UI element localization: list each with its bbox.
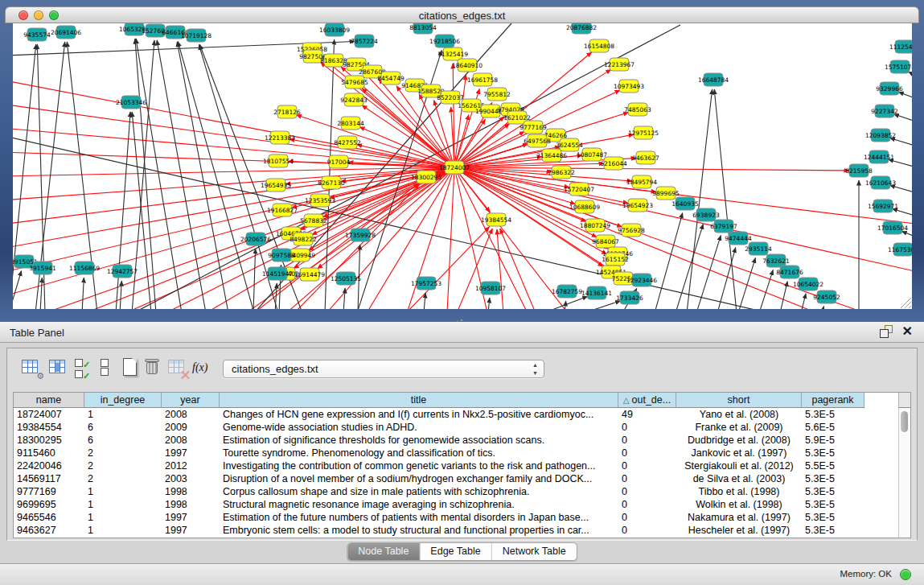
graph-node[interactable]: 8471676 [776, 266, 803, 278]
graph-node[interactable]: 7485063 [624, 103, 651, 116]
table-row[interactable]: 2242004622012Investigating the contribut… [14, 459, 898, 472]
graph-node[interactable]: 1615152 [602, 253, 629, 266]
graph-node[interactable]: 12213383 [265, 131, 295, 144]
table-cell[interactable]: Jankovic et al. (1997) [676, 447, 802, 459]
graph-node[interactable]: 11675300 [888, 243, 912, 256]
table-row[interactable]: 1872400712008Changes of HCN gene express… [14, 408, 898, 421]
table-cell[interactable]: 9465546 [14, 511, 84, 524]
graph-node[interactable]: 16782759 [552, 285, 582, 298]
table-cell[interactable]: Changes of HCN gene expression and I(f) … [220, 408, 618, 421]
table-cell[interactable]: 1 [84, 498, 162, 511]
table-cell[interactable]: Estimation of significance thresholds fo… [220, 434, 618, 447]
table-cell[interactable]: 5.3E-5 [802, 511, 864, 524]
node-attribute-table[interactable]: namein_degreeyeartitle△out_de...shortpag… [13, 392, 911, 538]
table-settings-icon[interactable]: ⚙ [22, 358, 41, 377]
network-window-titlebar[interactable]: citations_edges.txt [5, 6, 919, 23]
create-column-icon[interactable] [121, 358, 141, 377]
vertical-scrollbar[interactable] [898, 408, 910, 538]
graph-node[interactable]: 2718126 [273, 105, 301, 118]
table-cell[interactable]: 5.3E-5 [802, 485, 864, 498]
delete-column-icon[interactable] [144, 358, 163, 377]
graph-node[interactable]: 6379197 [710, 220, 737, 233]
table-cell[interactable]: 18300295 [14, 434, 84, 447]
table-cell[interactable]: 19384554 [14, 421, 84, 434]
table-cell[interactable]: Embryonic stem cells: a model to study s… [220, 524, 618, 537]
table-cell[interactable]: 9699695 [14, 498, 84, 511]
graph-node[interactable]: 16154808 [584, 39, 614, 52]
graph-node[interactable]: 5678832 [300, 214, 327, 227]
column-header-year[interactable]: year [162, 393, 220, 408]
table-cell[interactable]: Yano et al. (2008) [676, 408, 802, 421]
table-cell[interactable]: 2 [84, 447, 162, 459]
table-cell[interactable]: 0 [618, 472, 676, 485]
table-cell[interactable]: Tibbo et al. (1998) [676, 485, 802, 498]
table-row[interactable]: 1830029562008Estimation of significance … [14, 434, 898, 447]
table-cell[interactable]: Structural magnetic resonance image aver… [220, 498, 618, 511]
table-cell[interactable]: 1997 [162, 447, 220, 459]
table-cell[interactable]: 5.3E-5 [802, 524, 864, 537]
graph-node[interactable]: 20876882 [566, 23, 597, 34]
column-header-out_de[interactable]: △out_de... [618, 393, 676, 408]
graph-node[interactable]: 9329966 [876, 82, 903, 95]
graph-node[interactable]: 6497568 [524, 134, 551, 147]
float-panel-icon[interactable] [880, 325, 893, 338]
table-cell[interactable]: 1998 [162, 498, 220, 511]
column-header-in_degree[interactable]: in_degree [84, 393, 162, 408]
table-cell[interactable]: Estimation of the future numbers of pati… [220, 511, 618, 524]
table-cell[interactable]: Wolkin et al. (1998) [676, 498, 802, 511]
table-cell[interactable]: 5.6E-5 [802, 421, 864, 434]
citation-network-graph[interactable]: 1872400718300295193845542718126122133831… [13, 23, 912, 309]
table-cell[interactable]: de Silva et al. (2003) [676, 472, 802, 485]
graph-node[interactable]: 9242843 [340, 93, 368, 106]
graph-node[interactable]: 20691406 [51, 26, 81, 39]
column-header-short[interactable]: short [676, 393, 802, 408]
table-cell[interactable]: 49 [618, 408, 676, 421]
graph-node[interactable]: 2935114 [745, 242, 772, 255]
graph-node[interactable]: 9684067 [592, 235, 619, 248]
tab-node-table[interactable]: Node Table [347, 543, 419, 560]
network-view-canvas[interactable]: 1872400718300295193845542718126122133831… [13, 23, 912, 309]
table-row[interactable]: 946554611997Estimation of the future num… [14, 511, 898, 524]
table-cell[interactable]: 0 [618, 447, 676, 459]
table-cell[interactable]: Nakamura et al. (1997) [676, 511, 802, 524]
table-cell[interactable]: Hescheler et al. (1997) [676, 524, 802, 537]
table-cell[interactable]: 5.3E-5 [802, 472, 864, 485]
table-cell[interactable]: 0 [618, 459, 676, 472]
table-cell[interactable]: Genome-wide association studies in ADHD. [220, 421, 618, 434]
graph-node[interactable]: 9777169 [519, 121, 547, 134]
graph-node[interactable]: 16033809 [319, 23, 350, 36]
graph-node[interactable]: 18495794 [626, 175, 657, 188]
table-cell[interactable]: 18724007 [14, 408, 84, 421]
graph-node[interactable]: 15720407 [564, 183, 594, 196]
table-cell[interactable]: 1 [84, 485, 162, 498]
table-cell[interactable]: 5.3E-5 [802, 447, 864, 459]
table-cell[interactable]: 6 [84, 421, 162, 434]
graph-node[interactable]: 18107554 [263, 154, 294, 167]
row-height-icon[interactable] [101, 358, 110, 377]
graph-node[interactable]: 917004 [327, 155, 351, 168]
table-row[interactable]: 911546021997Tourette syndrome. Phenomeno… [14, 447, 898, 459]
table-cell[interactable]: 22420046 [14, 459, 84, 472]
table-cell[interactable]: 0 [618, 434, 676, 447]
table-cell[interactable]: 5.9E-5 [802, 434, 864, 447]
graph-node[interactable]: 10688609 [569, 200, 600, 213]
table-row[interactable]: 1938455462009Genome-wide association stu… [14, 421, 898, 434]
table-cell[interactable]: 1997 [162, 524, 220, 537]
graph-node[interactable]: 12975125 [628, 126, 659, 139]
table-cell[interactable]: 0 [618, 498, 676, 511]
graph-node[interactable]: 19654935 [261, 179, 291, 192]
table-selector-dropdown[interactable]: citations_edges.txt ▲▼ [223, 360, 544, 378]
table-cell[interactable]: 5.3E-5 [802, 408, 864, 421]
graph-node[interactable]: 6216044 [600, 157, 627, 170]
table-cell[interactable]: 5.5E-5 [802, 459, 864, 472]
table-cell[interactable]: 1998 [162, 485, 220, 498]
table-cell[interactable]: 0 [618, 524, 676, 537]
graph-node[interactable]: 9474444 [725, 232, 752, 245]
graph-node[interactable]: 7986322 [548, 166, 575, 179]
graph-node[interactable]: 5479685 [341, 76, 368, 89]
graph-node[interactable]: 16961758 [467, 73, 498, 86]
graph-node[interactable]: 9227342 [871, 105, 898, 117]
tab-edge-table[interactable]: Edge Table [419, 543, 491, 560]
graph-node[interactable]: 8454749 [377, 72, 405, 84]
graph-node[interactable]: 12213967 [604, 58, 634, 71]
